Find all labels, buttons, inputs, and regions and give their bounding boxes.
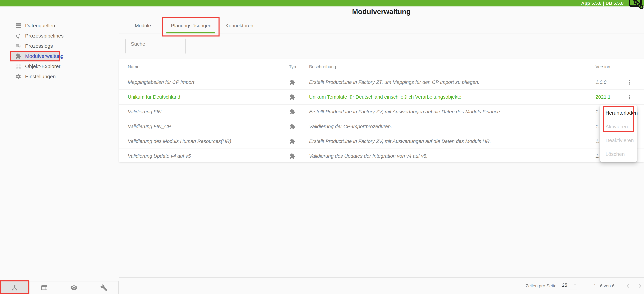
- puzzle-icon: [289, 153, 309, 159]
- module-description: Unikum Template für Deutschland einschli…: [309, 94, 596, 100]
- sidebar-item-label: Datenquellen: [25, 23, 55, 29]
- module-description: Erstellt ProductLine in Factory ZV, mit …: [309, 139, 596, 144]
- table-row[interactable]: Validierung FIN Erstellt ProductLine in …: [119, 105, 644, 119]
- chevron-down-icon: [573, 283, 577, 287]
- menu-item-loeschen[interactable]: Löschen: [600, 147, 637, 161]
- column-header-beschreibung: Beschreibung: [309, 64, 596, 69]
- page-title: Modulverwaltung: [119, 7, 644, 18]
- sidebar-item-label: Einstellungen: [25, 74, 56, 79]
- module-name: Validierung Update v4 auf v5: [119, 153, 289, 159]
- playlist-check-icon: [15, 43, 22, 49]
- column-header-version: Version: [596, 64, 625, 69]
- row-menu-button[interactable]: [625, 79, 634, 85]
- sidebar-item-prozesslogs[interactable]: Prozesslogs: [0, 41, 113, 51]
- row-context-menu: Herunterladen Aktivieren Deaktivieren Lö…: [600, 105, 637, 162]
- sidebar-footer-toolbar: [0, 281, 119, 294]
- sidebar-splitter[interactable]: [114, 7, 119, 281]
- sidebar-item-label: Prozesslogs: [25, 43, 53, 49]
- toolbar-button-hierarchy[interactable]: [0, 281, 30, 294]
- search-field[interactable]: [125, 38, 186, 54]
- storage-icon: [15, 23, 22, 29]
- app-window: App 5.5.8 | DB 5.5.8 Modulverwaltung Dat…: [0, 0, 644, 294]
- app-header: Modulverwaltung: [0, 7, 644, 18]
- top-status-bar: App 5.5.8 | DB 5.5.8: [0, 0, 644, 7]
- puzzle-icon: [289, 109, 309, 115]
- column-header-name: Name: [119, 64, 289, 69]
- row-menu-button[interactable]: [625, 94, 634, 100]
- sidebar-nav: Datenquellen Prozesspipelines Prozesslog…: [0, 18, 113, 281]
- search-input[interactable]: [126, 38, 186, 54]
- menu-item-herunterladen[interactable]: Herunterladen: [600, 106, 637, 120]
- column-header-typ: Typ: [289, 64, 309, 69]
- sidebar-item-prozesspipelines[interactable]: Prozesspipelines: [0, 31, 113, 41]
- puzzle-icon: [289, 94, 309, 100]
- table-row[interactable]: Validierung des Moduls Human Resources(H…: [119, 134, 644, 149]
- table-row[interactable]: Mappingtabellen für CP Import Erstellt P…: [119, 75, 644, 90]
- eye-icon: [70, 284, 78, 291]
- modules-table: Name Typ Beschreibung Version Mappingtab…: [119, 59, 644, 162]
- module-name: Mappingtabellen für CP Import: [119, 79, 289, 85]
- table-header-row: Name Typ Beschreibung Version: [119, 59, 644, 75]
- module-version: 1.0.0: [596, 79, 625, 85]
- table-row[interactable]: Validierung Update v4 auf v5 Validierung…: [119, 149, 644, 163]
- toolbar-button-layout[interactable]: [30, 281, 59, 294]
- chevron-left-icon: [624, 282, 632, 289]
- module-description: Validierung des Updates der Integration …: [309, 153, 596, 159]
- module-version: 2021.1: [596, 94, 625, 100]
- sidebar-item-einstellungen[interactable]: Einstellungen: [0, 72, 113, 82]
- module-name: Validierung FIN_CP: [119, 124, 289, 129]
- app-version-text: App 5.5.8 | DB 5.5.8: [581, 0, 624, 7]
- tab-module[interactable]: Module: [135, 18, 151, 33]
- tab-bar: Module Planungslösungen Konnektoren: [119, 18, 644, 34]
- active-tab-underline: [166, 32, 215, 34]
- table-row[interactable]: Validierung FIN_CP Validierung der CP-Im…: [119, 119, 644, 134]
- tab-planungsloesungen[interactable]: Planungslösungen: [171, 18, 212, 33]
- module-description: Erstellt ProductLine in Factory ZV, mit …: [309, 109, 596, 115]
- chevron-right-icon: [636, 282, 644, 289]
- module-name: Validierung FIN: [119, 109, 289, 115]
- sidebar-item-objekt-explorer[interactable]: Objekt-Explorer: [0, 61, 113, 72]
- rows-per-page-label: Zeilen pro Seite: [526, 283, 556, 288]
- layout-icon: [41, 284, 48, 291]
- gear-icon: [15, 74, 22, 80]
- dot-grid-icon: [15, 63, 22, 69]
- tab-konnektoren[interactable]: Konnektoren: [226, 18, 253, 33]
- hand-logo-icon: [627, 0, 644, 9]
- rows-per-page-select[interactable]: 25: [561, 282, 578, 289]
- sidebar-item-label: Prozesspipelines: [25, 33, 64, 39]
- sidebar-item-datenquellen[interactable]: Datenquellen: [0, 21, 113, 31]
- sync-icon: [15, 33, 22, 39]
- menu-item-aktivieren[interactable]: Aktivieren: [600, 120, 637, 133]
- sidebar-item-modulverwaltung[interactable]: Modulverwaltung: [0, 51, 113, 61]
- puzzle-icon: [15, 53, 22, 59]
- rows-per-page-value: 25: [562, 282, 567, 288]
- sidebar-item-label: Modulverwaltung: [25, 53, 64, 59]
- puzzle-icon: [289, 124, 309, 130]
- module-description: Validierung der CP-Importprozeduren.: [309, 124, 596, 129]
- module-description: Erstellt ProductLine in Factory ZT, um M…: [309, 79, 596, 85]
- device-hub-icon: [11, 284, 18, 291]
- module-name: Unikum für Deutschland: [119, 94, 289, 100]
- next-page-button[interactable]: [636, 282, 644, 289]
- menu-item-deaktivieren[interactable]: Deaktivieren: [600, 133, 637, 147]
- wrench-icon: [100, 284, 108, 291]
- toolbar-button-preview[interactable]: [59, 281, 89, 294]
- table-row[interactable]: Unikum für Deutschland Unikum Template f…: [119, 90, 644, 105]
- sidebar-item-label: Objekt-Explorer: [25, 64, 60, 69]
- pagination-range-text: 1 - 6 von 6: [594, 283, 614, 288]
- table-paginator: Zeilen pro Seite 25 1 - 6 von 6: [119, 277, 644, 294]
- previous-page-button[interactable]: [624, 282, 632, 289]
- puzzle-icon: [289, 79, 309, 85]
- puzzle-icon: [289, 138, 309, 144]
- module-name: Validierung des Moduls Human Resources(H…: [119, 139, 289, 144]
- toolbar-button-tools[interactable]: [89, 281, 119, 294]
- main-content: Module Planungslösungen Konnektoren Name…: [119, 18, 644, 294]
